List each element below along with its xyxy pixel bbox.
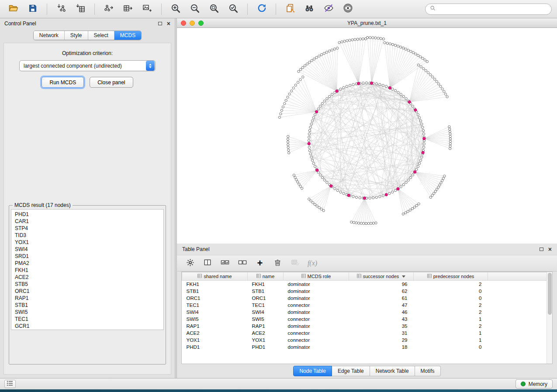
- cell-name: YOX1: [248, 337, 284, 344]
- mcds-result-item[interactable]: SRD1: [11, 253, 163, 260]
- zoom-in-button[interactable]: [167, 2, 184, 16]
- table-row[interactable]: YOX1YOX1connector291: [182, 337, 552, 344]
- mcds-result-item[interactable]: RAP1: [11, 295, 163, 302]
- import-table-icon: [75, 3, 86, 15]
- tab-network-table[interactable]: Network Table: [370, 366, 415, 376]
- table-scrollbar[interactable]: [547, 272, 552, 364]
- mcds-result-item[interactable]: STB1: [11, 302, 163, 309]
- mcds-result-item[interactable]: PHD1: [11, 211, 163, 218]
- table-settings-button[interactable]: [185, 258, 195, 269]
- zoom-selected-button[interactable]: [225, 2, 242, 16]
- show-details-button[interactable]: [339, 2, 356, 16]
- table-scrollbar-thumb[interactable]: [548, 273, 552, 315]
- table-row[interactable]: RAP1RAP1dominator352: [182, 323, 552, 330]
- save-session-button[interactable]: [24, 2, 41, 16]
- mcds-result-list[interactable]: PHD1CAR1STP4TID3YOX1SWI4SRD1PMA2FKH1ACE2…: [11, 209, 164, 330]
- table-row[interactable]: TEC1TEC1connector472: [182, 302, 552, 309]
- table-row[interactable]: SWI5SWI5connector431: [182, 316, 552, 323]
- open-folder-button[interactable]: [5, 2, 22, 16]
- cell-mcds_role: connector: [284, 302, 349, 309]
- tab-edge-table[interactable]: Edge Table: [332, 366, 370, 376]
- show-columns-button[interactable]: [202, 258, 213, 269]
- column-header-successor-nodes[interactable]: successor nodes: [349, 272, 414, 281]
- search-input[interactable]: [439, 6, 547, 12]
- cell-predecessor_nodes: 1: [414, 330, 488, 337]
- table-row[interactable]: FKH1FKH1dominator962: [182, 281, 552, 288]
- zoom-fit-button[interactable]: [206, 2, 222, 16]
- mcds-result-item[interactable]: GCR1: [11, 323, 163, 330]
- table-sort-icon: [427, 274, 432, 279]
- mcds-result-item[interactable]: ORC1: [11, 288, 163, 295]
- table-row[interactable]: STB1STB1dominator620: [182, 288, 552, 295]
- table-row[interactable]: ACE2ACE2connector311: [182, 330, 552, 337]
- delete-table-icon: [291, 258, 299, 268]
- mcds-result-item[interactable]: TEC1: [11, 316, 163, 323]
- mcds-result-item[interactable]: SWI5: [11, 309, 163, 316]
- tab-select[interactable]: Select: [88, 31, 114, 40]
- tab-motifs[interactable]: Motifs: [415, 366, 441, 376]
- network-canvas[interactable]: [177, 28, 557, 244]
- column-header-MCDS-role[interactable]: MCDS role: [284, 272, 349, 281]
- refresh-view-button[interactable]: [253, 2, 270, 16]
- column-header-shared-name[interactable]: shared name: [182, 272, 248, 281]
- window-close-traffic-icon[interactable]: [181, 21, 186, 26]
- mcds-result-item[interactable]: FKH1: [11, 267, 163, 274]
- add-column-button[interactable]: +: [255, 258, 265, 269]
- window-minimize-traffic-icon[interactable]: [190, 21, 195, 26]
- close-panel-icon[interactable]: ×: [167, 21, 170, 26]
- close-table-panel-icon[interactable]: ×: [548, 247, 552, 251]
- import-network-button[interactable]: [53, 2, 69, 16]
- table-row[interactable]: PHD1PHD1dominator180: [182, 344, 552, 351]
- float-panel-icon[interactable]: [158, 22, 162, 25]
- run-mcds-button[interactable]: Run MCDS: [42, 77, 84, 88]
- cell-shared_name: ORC1: [182, 295, 248, 302]
- mcds-result-group: MCDS result (17 nodes) PHD1CAR1STP4TID3Y…: [9, 202, 166, 364]
- search-box[interactable]: [425, 3, 552, 15]
- mcds-result-item[interactable]: TID3: [11, 232, 163, 239]
- tab-mcds[interactable]: MCDS: [114, 31, 141, 40]
- table-row[interactable]: ORC1ORC1dominator610: [182, 295, 552, 302]
- mcds-result-item[interactable]: PMA2: [11, 260, 163, 267]
- import-table-button[interactable]: [72, 2, 89, 16]
- delete-column-button[interactable]: [272, 258, 283, 269]
- column-header-predecessor-nodes[interactable]: predecessor nodes: [414, 272, 488, 281]
- control-tabs-row: NetworkStyleSelectMCDS: [0, 31, 175, 40]
- export-network-button[interactable]: [100, 2, 117, 16]
- select-all-button[interactable]: [220, 258, 230, 269]
- network-window-title: YPA_prune.txt_1: [177, 20, 557, 26]
- cell-shared_name: ACE2: [182, 330, 248, 337]
- close-panel-button[interactable]: Close panel: [90, 77, 133, 88]
- mcds-result-item[interactable]: STP4: [11, 225, 163, 232]
- mcds-result-item[interactable]: ACE2: [11, 274, 163, 281]
- hide-details-button[interactable]: [320, 2, 337, 16]
- task-history-button[interactable]: [4, 380, 16, 388]
- toolbar-separator: [47, 3, 47, 15]
- cell-shared_name: YOX1: [182, 337, 248, 344]
- function-builder-button[interactable]: f(x): [307, 258, 318, 269]
- copy-document-button[interactable]: [282, 2, 298, 16]
- tab-node-table[interactable]: Node Table: [293, 366, 332, 376]
- mcds-result-item[interactable]: SWI4: [11, 246, 163, 253]
- optimization-criterion-select[interactable]: largest connected component (undirected): [19, 60, 156, 71]
- cell-predecessor_nodes: 0: [414, 288, 488, 295]
- column-header-name[interactable]: name: [248, 272, 284, 281]
- zoom-out-button[interactable]: [187, 2, 203, 16]
- tab-network[interactable]: Network: [34, 31, 65, 40]
- export-network-icon: [104, 3, 114, 15]
- mcds-result-item[interactable]: CAR1: [11, 218, 163, 225]
- export-image-button[interactable]: [139, 2, 156, 16]
- tab-style[interactable]: Style: [65, 31, 88, 40]
- mcds-result-item[interactable]: STB5: [11, 281, 163, 288]
- cell-mcds_role: connector: [284, 330, 349, 337]
- cell-successor_nodes: 35: [349, 323, 414, 330]
- export-table-button[interactable]: [120, 2, 136, 16]
- network-view-window: YPA_prune.txt_1: [177, 18, 557, 244]
- optimization-criterion-label: Optimization criterion:: [62, 50, 113, 56]
- deselect-all-button[interactable]: [237, 258, 248, 269]
- mcds-result-item[interactable]: YOX1: [11, 239, 163, 246]
- window-maximize-traffic-icon[interactable]: [198, 21, 204, 26]
- binoculars-button[interactable]: [301, 2, 318, 16]
- float-table-panel-icon[interactable]: [540, 248, 543, 251]
- memory-button[interactable]: Memory: [515, 379, 553, 389]
- table-row[interactable]: SWI4SWI4dominator462: [182, 309, 552, 316]
